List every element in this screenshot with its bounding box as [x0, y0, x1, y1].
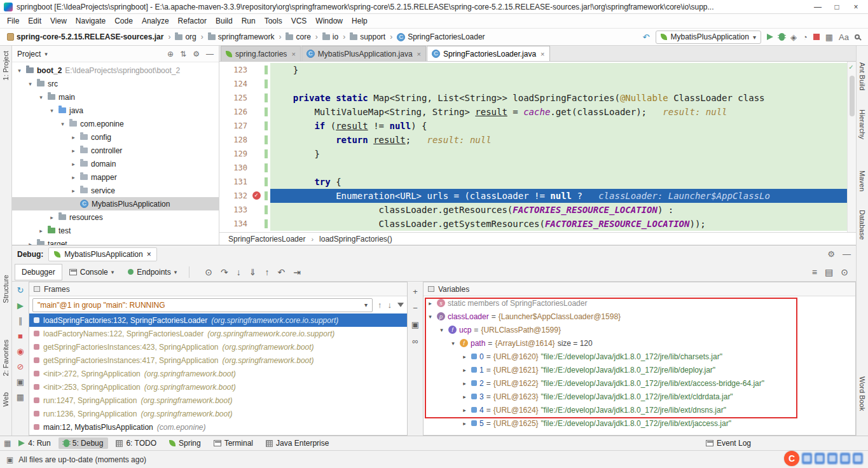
frame-item[interactable]: <init>:272, SpringApplication (org.sprin…: [29, 367, 407, 380]
remove-watch-icon[interactable]: −: [413, 303, 418, 313]
step-over-icon[interactable]: ↷: [221, 267, 228, 277]
menu-item-window[interactable]: Window: [311, 15, 347, 27]
settings-icon[interactable]: ⚙: [193, 50, 200, 59]
tool-button-maven[interactable]: Maven: [858, 170, 866, 191]
tree-arrow-icon[interactable]: ▸: [48, 214, 55, 221]
line-number[interactable]: 123: [219, 63, 251, 77]
chevron-down-icon[interactable]: ▾: [45, 51, 48, 57]
locate-file-icon[interactable]: ⊕: [167, 50, 174, 59]
close-icon[interactable]: ×: [541, 50, 544, 58]
frame-item[interactable]: loadFactoryNames:122, SpringFactoriesLoa…: [29, 327, 407, 340]
close-icon[interactable]: ×: [147, 250, 151, 259]
menu-item-help[interactable]: Help: [347, 15, 372, 27]
thread-selector[interactable]: "main"@1 in group "main": RUNNING ▾: [32, 298, 373, 312]
close-button[interactable]: ×: [846, 3, 865, 11]
editor-breadcrumb-item[interactable]: SpringFactoriesLoader: [228, 235, 305, 244]
hide-panel-icon[interactable]: —: [206, 50, 214, 59]
tool-button-project[interactable]: 1: Project: [2, 51, 10, 80]
step-out-icon[interactable]: ↑: [265, 267, 269, 277]
breadcrumb-item[interactable]: springframework: [206, 31, 277, 43]
editor-scrollbar[interactable]: ✓: [847, 62, 856, 232]
tree-arrow-icon[interactable]: ▾: [437, 327, 446, 333]
variable-item[interactable]: ▾pclassLoader = {Launcher$AppClassLoader…: [424, 310, 855, 323]
tree-arrow-icon[interactable]: ▸: [70, 188, 77, 194]
close-icon[interactable]: ×: [291, 50, 295, 58]
code-line[interactable]: 125 private static Map<String, List<Stri…: [219, 91, 847, 105]
breadcrumb-item[interactable]: support: [348, 31, 387, 43]
add-watch-icon[interactable]: +: [413, 287, 418, 296]
code-line[interactable]: 131 try {: [219, 175, 847, 189]
rerun-icon[interactable]: ↻: [17, 286, 24, 295]
tree-arrow-icon[interactable]: ▸: [460, 354, 469, 360]
mute-breakpoints-icon[interactable]: ⊘: [17, 362, 24, 371]
back-arrow-icon[interactable]: ↶: [643, 33, 650, 41]
minimize-button[interactable]: —: [808, 3, 827, 11]
variable-item[interactable]: ▸3 = {URL@1623} "file:/E:/develop/Java/j…: [424, 390, 855, 403]
variable-item[interactable]: ▸1 = {URL@1621} "file:/E:/develop/Java/j…: [424, 363, 855, 376]
breadcrumb-item[interactable]: io: [320, 31, 340, 43]
tree-arrow-icon[interactable]: ▾: [426, 313, 434, 320]
line-number[interactable]: 124: [219, 77, 251, 91]
menu-item-file[interactable]: File: [3, 15, 24, 27]
tool-button-debug[interactable]: 5: Debug: [59, 437, 109, 449]
frame-item[interactable]: main:12, MybatisPlusApplication (com.epo…: [29, 420, 407, 434]
menu-item-edit[interactable]: Edit: [24, 15, 46, 27]
tree-arrow-icon[interactable]: ▸: [460, 407, 469, 413]
thread-dump-icon[interactable]: ▣: [17, 377, 24, 387]
tab-console[interactable]: Console▾: [62, 264, 121, 280]
tool-button-database[interactable]: Database: [858, 210, 866, 240]
show-execution-point-icon[interactable]: ⊙: [205, 267, 212, 277]
breadcrumb-item[interactable]: SpringFactoriesLoader: [395, 31, 486, 43]
menu-item-view[interactable]: View: [46, 15, 71, 27]
view-breakpoints-icon[interactable]: ◉: [17, 347, 24, 356]
frame-item[interactable]: getSpringFactoriesInstances:417, SpringA…: [29, 354, 407, 367]
project-tree-item[interactable]: ▸config: [12, 130, 219, 144]
code-line[interactable]: 132 Enumeration<URL> urls = (classLoader…: [219, 189, 847, 203]
breadcrumb-item[interactable]: spring-core-5.2.15.RELEASE-sources.jar: [5, 31, 165, 43]
tree-arrow-icon[interactable]: ▾: [27, 81, 34, 87]
scrollbar-thumb[interactable]: [850, 76, 855, 116]
project-tree-item[interactable]: ▾java: [12, 104, 219, 117]
line-number[interactable]: 126: [219, 105, 251, 119]
project-tree-item[interactable]: ▸service: [12, 184, 219, 197]
code-line[interactable]: 134 ClassLoader.getSystemResources(FACTO…: [219, 217, 847, 231]
menu-item-navigate[interactable]: Navigate: [71, 15, 110, 27]
tool-button-eventlog[interactable]: Event Log: [701, 437, 756, 449]
menu-item-refactor[interactable]: Refactor: [174, 15, 211, 27]
project-tree-item[interactable]: ▸test: [12, 224, 219, 237]
frame-item[interactable]: run:1236, SpringApplication (org.springf…: [29, 407, 407, 420]
code-line[interactable]: 127 if (result != null) {: [219, 119, 847, 133]
code-line[interactable]: 130: [219, 161, 847, 175]
project-tree-item[interactable]: ▸controller: [12, 144, 219, 157]
tool-button-structure[interactable]: Structure: [2, 275, 10, 303]
grid-button[interactable]: ▦: [825, 33, 833, 41]
breadcrumb-item[interactable]: core: [284, 31, 312, 43]
project-tree-item[interactable]: ▸target: [12, 237, 219, 245]
tree-arrow-icon[interactable]: ▸: [460, 380, 469, 387]
line-number[interactable]: 134: [219, 217, 251, 231]
menu-item-tools[interactable]: Tools: [260, 15, 287, 27]
tree-arrow-icon[interactable]: ▸: [460, 367, 469, 373]
tree-arrow-icon[interactable]: ▸: [70, 174, 77, 181]
menu-item-vcs[interactable]: VCS: [287, 15, 312, 27]
hide-panel-icon[interactable]: —: [843, 249, 851, 259]
frames-list[interactable]: loadSpringFactories:132, SpringFactories…: [29, 313, 407, 435]
tool-button-terminal[interactable]: Terminal: [209, 437, 258, 449]
tool-button-favorites[interactable]: 2: Favorites: [2, 340, 10, 376]
layout-settings-icon[interactable]: ≡: [812, 267, 817, 277]
variable-item[interactable]: ▸4 = {URL@1624} "file:/E:/develop/Java/j…: [424, 403, 855, 416]
resume-icon[interactable]: ▶: [17, 301, 24, 310]
breadcrumb-item[interactable]: org: [173, 31, 198, 43]
project-tree-item[interactable]: ▸resources: [12, 210, 219, 224]
tree-arrow-icon[interactable]: ▾: [449, 340, 457, 347]
variable-item[interactable]: ▾fpath = {ArrayList@1614} size = 120: [424, 336, 855, 350]
menu-item-analyze[interactable]: Analyze: [137, 15, 174, 27]
frame-item[interactable]: run:1247, SpringApplication (org.springf…: [29, 394, 407, 407]
code-line[interactable]: 124: [219, 77, 847, 91]
code-line[interactable]: 129 }: [219, 147, 847, 161]
layout-icon[interactable]: ▦: [17, 392, 24, 402]
next-frame-icon[interactable]: ↓: [388, 300, 392, 310]
copy-value-icon[interactable]: ▣: [411, 320, 419, 329]
code-area[interactable]: 123 }124125 private static Map<String, L…: [219, 62, 856, 232]
tool-button-spring[interactable]: Spring: [164, 437, 206, 449]
